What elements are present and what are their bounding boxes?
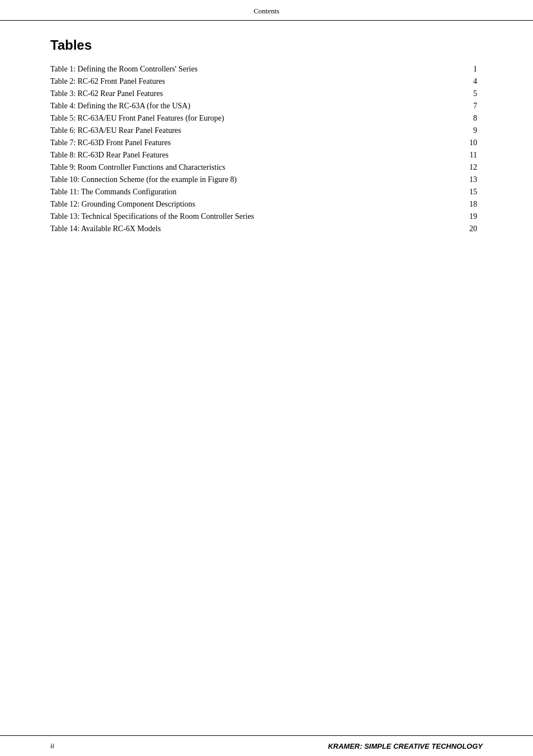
page-footer: ii KRAMER: SIMPLE CREATIVE TECHNOLOGY xyxy=(0,735,533,756)
toc-entry-page: 1 xyxy=(440,63,483,75)
toc-entry-page: 13 xyxy=(440,174,483,186)
table-row: Table 1: Defining the Room Controllers' … xyxy=(50,63,483,75)
toc-entry-page: 8 xyxy=(440,112,483,125)
table-row: Table 6: RC-63A/EU Rear Panel Features9 xyxy=(50,125,483,137)
toc-entry-text: Table 5: RC-63A/EU Front Panel Features … xyxy=(50,112,440,125)
toc-entry-page: 4 xyxy=(440,75,483,88)
table-row: Table 14: Available RC-6X Models20 xyxy=(50,223,483,235)
toc-entry-page: 20 xyxy=(440,223,483,235)
toc-entry-page: 10 xyxy=(440,137,483,149)
page: Contents Tables Table 1: Defining the Ro… xyxy=(0,0,533,756)
toc-entry-page: 11 xyxy=(440,149,483,161)
toc-entry-text: Table 6: RC-63A/EU Rear Panel Features xyxy=(50,125,440,137)
table-row: Table 10: Connection Scheme (for the exa… xyxy=(50,174,483,186)
toc-entry-page: 19 xyxy=(440,210,483,223)
toc-entry-text: Table 13: Technical Specifications of th… xyxy=(50,210,440,223)
toc-entry-text: Table 2: RC-62 Front Panel Features xyxy=(50,75,440,88)
section-title: Tables xyxy=(50,37,483,53)
toc-entry-text: Table 4: Defining the RC-63A (for the US… xyxy=(50,100,440,112)
toc-entry-page: 15 xyxy=(440,186,483,198)
toc-entry-page: 12 xyxy=(440,161,483,174)
table-row: Table 4: Defining the RC-63A (for the US… xyxy=(50,100,483,112)
header-text: Contents xyxy=(254,7,279,15)
main-content: Tables Table 1: Defining the Room Contro… xyxy=(0,21,533,735)
toc-entry-text: Table 8: RC-63D Rear Panel Features xyxy=(50,149,440,161)
table-row: Table 9: Room Controller Functions and C… xyxy=(50,161,483,174)
toc-table: Table 1: Defining the Room Controllers' … xyxy=(50,63,483,235)
footer-page-number: ii xyxy=(50,741,54,750)
page-header: Contents xyxy=(0,0,533,21)
footer-brand: KRAMER: SIMPLE CREATIVE TECHNOLOGY xyxy=(328,742,483,750)
table-row: Table 8: RC-63D Rear Panel Features11 xyxy=(50,149,483,161)
toc-entry-page: 9 xyxy=(440,125,483,137)
toc-entry-text: Table 12: Grounding Component Descriptio… xyxy=(50,198,440,210)
table-row: Table 2: RC-62 Front Panel Features4 xyxy=(50,75,483,88)
table-row: Table 12: Grounding Component Descriptio… xyxy=(50,198,483,210)
toc-entry-text: Table 1: Defining the Room Controllers' … xyxy=(50,63,440,75)
toc-entry-page: 7 xyxy=(440,100,483,112)
table-row: Table 7: RC-63D Front Panel Features10 xyxy=(50,137,483,149)
toc-entry-text: Table 11: The Commands Configuration xyxy=(50,186,440,198)
table-row: Table 13: Technical Specifications of th… xyxy=(50,210,483,223)
table-row: Table 5: RC-63A/EU Front Panel Features … xyxy=(50,112,483,125)
table-row: Table 3: RC-62 Rear Panel Features5 xyxy=(50,88,483,100)
table-row: Table 11: The Commands Configuration15 xyxy=(50,186,483,198)
toc-entry-text: Table 14: Available RC-6X Models xyxy=(50,223,440,235)
toc-entry-text: Table 7: RC-63D Front Panel Features xyxy=(50,137,440,149)
toc-entry-text: Table 3: RC-62 Rear Panel Features xyxy=(50,88,440,100)
toc-entry-text: Table 9: Room Controller Functions and C… xyxy=(50,161,440,174)
toc-entry-page: 5 xyxy=(440,88,483,100)
toc-entry-text: Table 10: Connection Scheme (for the exa… xyxy=(50,174,440,186)
toc-entry-page: 18 xyxy=(440,198,483,210)
